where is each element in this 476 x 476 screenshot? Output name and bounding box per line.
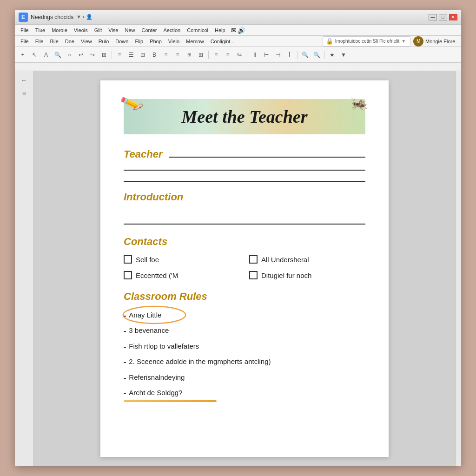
menu-tlue[interactable]: Tlue	[33, 26, 48, 34]
toolbar-search-button[interactable]: 🔍	[53, 50, 63, 60]
teacher-section: Teacher	[124, 148, 365, 182]
toolbar-redo-button[interactable]: ↪	[87, 50, 98, 60]
toolbar-col2-button[interactable]: ⊢	[261, 50, 271, 60]
menu-vise[interactable]: Vise	[106, 26, 121, 34]
rule-text-2: 3 bevenance	[129, 325, 169, 335]
document-page: ✏️ 🖊 Meet the Teacher 🦗 Teacher	[100, 80, 389, 457]
toolbar-dash-button[interactable]: ⊣	[273, 50, 283, 60]
left-sidebar: ↔ ⊟	[15, 71, 33, 466]
teacher-label: Teacher	[124, 148, 163, 160]
menu-aection[interactable]: Aection	[160, 26, 183, 34]
menu-gilt[interactable]: Gilt	[92, 26, 105, 34]
toolbar-undo-button[interactable]: ↩	[76, 50, 86, 60]
menu-vleols[interactable]: Vleols	[71, 26, 91, 34]
menu-new[interactable]: New	[122, 26, 138, 34]
rule-item-2: - 3 bevenance	[124, 325, 365, 336]
toolbar-line-button[interactable]: ≡	[223, 50, 233, 60]
teacher-header: Teacher	[124, 148, 365, 160]
rule-dash-2: -	[124, 326, 126, 336]
menu2-flle[interactable]: Flle	[33, 38, 46, 45]
toolbar-num-button[interactable]: 94	[234, 50, 245, 60]
toolbar-align-button[interactable]: ≡	[211, 50, 221, 60]
menu2-phop[interactable]: Phop	[147, 38, 165, 45]
menu-file[interactable]: File	[18, 26, 32, 34]
toolbar-text-button[interactable]: A	[41, 50, 51, 60]
minimize-button[interactable]: —	[429, 14, 437, 20]
contact-label-4: Ditugiel fur noch	[261, 271, 311, 279]
rules-list: - Anay Little - 3 bevenance	[124, 310, 365, 402]
intro-line-1	[124, 211, 365, 225]
menu2-dne[interactable]: Dne	[62, 38, 77, 45]
menu2-bile[interactable]: Bile	[47, 38, 61, 45]
toolbar-zoom-button[interactable]: 🔍	[300, 50, 310, 60]
maximize-button[interactable]: □	[439, 14, 447, 20]
toolbar-star-button[interactable]: ★	[327, 50, 337, 60]
menu2-view[interactable]: View	[78, 38, 95, 45]
rule-dash-5: -	[124, 373, 126, 383]
close-button[interactable]: ✕	[449, 14, 457, 20]
user-avatar: M	[413, 36, 423, 46]
toolbar-table-button[interactable]: ⊞	[196, 50, 206, 60]
title-bar-left: E Needngs chocids ▼ ▪ 👤	[19, 13, 93, 22]
user-area: M Mongie Flore -	[413, 36, 458, 46]
contact-item-3: Eccentted ('M	[124, 271, 240, 279]
menu-help[interactable]: Help	[212, 26, 228, 34]
app-icon: E	[19, 13, 28, 22]
toolbar-grid-button[interactable]: ⊞	[99, 50, 109, 60]
menu2-vielo[interactable]: Vielo	[165, 38, 182, 45]
toolbar-separator-3	[247, 51, 247, 59]
menu-comnicol[interactable]: Comnicol	[184, 26, 211, 34]
sidebar-tool-2[interactable]: ⊟	[19, 88, 30, 99]
rule-item-6: - Archt de Soldgg?	[124, 388, 365, 402]
dragonfly-icon: 🦗	[350, 94, 368, 111]
ruler: · · · · · · · · · · · · · · · · · · · · …	[15, 63, 461, 71]
toolbar-list-button[interactable]: ☰	[126, 50, 136, 60]
rule-item-4: - 2. Sceence adolde in the mgmpherts ant…	[124, 357, 365, 367]
toolbar-down-button[interactable]: ▼	[338, 50, 349, 60]
app-window: E Needngs chocids ▼ ▪ 👤 — □ ✕ File Tlue …	[15, 10, 461, 466]
toolbar-format-button[interactable]: ≡	[114, 50, 125, 60]
toolbar-arrow-button[interactable]: ↖	[29, 50, 40, 60]
url-text: Imophtuidoc.cetin Sll Plc efrielit	[335, 39, 399, 44]
toolbar-separator-1	[112, 51, 112, 59]
contacts-grid: Sell foe All Undersheral Eccentted ('M	[124, 255, 365, 279]
menu-morole[interactable]: Morole	[49, 26, 70, 34]
contact-label-3: Eccentted ('M	[136, 271, 178, 279]
menu2-down[interactable]: Down	[112, 38, 131, 45]
contact-item-2: All Undersheral	[249, 255, 365, 264]
rule-underline-6	[124, 400, 217, 402]
menu2-conligint[interactable]: Conligint...	[208, 38, 238, 45]
document-area: ✏️ 🖊 Meet the Teacher 🦗 Teacher	[33, 71, 456, 466]
toolbar-indent-button[interactable]: ⊟	[138, 50, 148, 60]
url-bar[interactable]: 🔒 Imophtuidoc.cetin Sll Plc efrielit ▼	[323, 36, 410, 46]
contact-label-2: All Undersheral	[261, 256, 309, 264]
toolbar-center-button[interactable]: ≡	[161, 50, 171, 60]
right-scrollbar[interactable]	[456, 71, 461, 466]
checkbox-2[interactable]	[249, 255, 258, 264]
menu2-flip[interactable]: Flip	[132, 38, 146, 45]
toolbar-bold-button[interactable]: B	[149, 50, 159, 60]
menu-conter[interactable]: Conter	[139, 26, 159, 34]
user-name: Mongie Flore -	[425, 39, 458, 44]
checkbox-1[interactable]	[124, 255, 132, 264]
toolbar-separator-5	[324, 51, 324, 59]
introduction-section: Introduction	[124, 191, 365, 225]
checkbox-4[interactable]	[249, 271, 258, 279]
toolbar-zoomout-button[interactable]: 🔍	[311, 50, 322, 60]
toolbar-add-button[interactable]: +	[18, 50, 28, 60]
toolbar-header-button[interactable]: Ǐ	[284, 50, 295, 60]
contact-item-4: Ditugiel fur noch	[249, 271, 365, 279]
classroom-rules-section: Classroom Rules - Anay Little	[124, 291, 365, 402]
menu2-file[interactable]: File	[18, 38, 32, 45]
toolbar-col-button[interactable]: Ⅱ	[250, 50, 260, 60]
toolbar-circle-button[interactable]: ○	[64, 50, 74, 60]
classroom-rules-label: Classroom Rules	[124, 291, 365, 303]
checkbox-3[interactable]	[124, 271, 132, 279]
menu2-memow[interactable]: Memow	[183, 38, 207, 45]
window-title: Needngs chocids	[31, 14, 73, 20]
toolbar-right-button[interactable]: ≡	[172, 50, 183, 60]
content-area: ↔ ⊟ ✏️ 🖊 Meet the Teacher 🦗	[15, 71, 461, 466]
menu2-rulo[interactable]: Rulo	[96, 38, 112, 45]
toolbar-justify-button[interactable]: ⊞	[184, 50, 194, 60]
sidebar-tool-1[interactable]: ↔	[19, 75, 30, 86]
